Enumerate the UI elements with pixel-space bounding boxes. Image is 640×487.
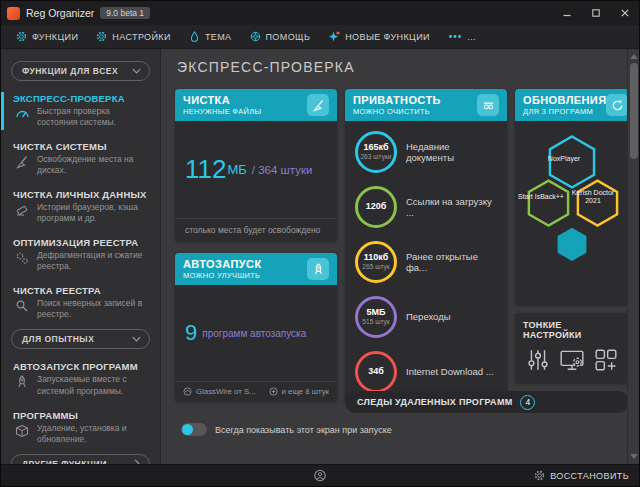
eraser-icon: [13, 203, 31, 217]
close-button[interactable]: [610, 1, 639, 25]
privacy-ring: 110кб 265 штук: [355, 241, 397, 283]
broom-icon: [13, 155, 31, 169]
autorun-card-header: АВТОЗАПУСК МОЖНО УЛУЧШИТЬ: [175, 253, 337, 285]
privacy-subtitle: МОЖНО ОЧИСТИТЬ: [353, 107, 441, 116]
autorun-app-link[interactable]: GlassWire от S...: [183, 387, 256, 396]
sidebar-section-expert[interactable]: ДЛЯ ОПЫТНЫХ: [11, 329, 150, 349]
menu-help[interactable]: ПОМОЩЬ: [241, 25, 320, 48]
privacy-row-count: 515 штук: [362, 318, 389, 326]
deleted-programs-traces-bar[interactable]: СЛЕДЫ УДАЛЕННЫХ ПРОГРАММ 4: [345, 391, 629, 413]
monitor-gear-icon[interactable]: [559, 348, 585, 376]
updates-hex-cluster: NoxPlayer Start IsBack++ Kerish Doctor 2…: [515, 121, 629, 305]
traces-count-badge: 4: [520, 395, 535, 410]
privacy-row[interactable]: 34б Internet Download ...: [355, 351, 497, 393]
broom-icon: [307, 94, 329, 116]
privacy-row-label: Ссылки на загрузку ...: [406, 196, 497, 218]
sidebar-section-for-all[interactable]: ФУНКЦИИ ДЛЯ ВСЕХ: [11, 61, 150, 81]
updates-card[interactable]: ОБНОВЛЕНИЯ ДЛЯ 3 ПРОГРАММ NoxPlayer: [515, 89, 629, 305]
privacy-title: ПРИВАТНОСТЬ: [353, 94, 441, 106]
startup-toggle-label: Всегда показывать этот экран при запуске: [215, 425, 392, 435]
privacy-row-count: 263 штуки: [360, 153, 391, 161]
autorun-card[interactable]: АВТОЗАПУСК МОЖНО УЛУЧШИТЬ 9 программ авт…: [175, 253, 337, 401]
sidebar-item-registry-cleanup[interactable]: ЧИСТКА РЕЕСТРА Поиск неверных записей в …: [1, 281, 160, 325]
chevron-down-icon: [132, 335, 141, 343]
hexagons-graphic: [523, 125, 621, 295]
minimize-button[interactable]: [552, 1, 581, 25]
sidebar-item-system-cleanup[interactable]: ЧИСТКА СИСТЕМЫ Освобождение места на дис…: [1, 137, 160, 181]
sidebar-item-registry-optimization[interactable]: ОПТИМИЗАЦИЯ РЕЕСТРА Дефрагментация и сжа…: [1, 233, 160, 277]
hexagon-center[interactable]: [558, 228, 587, 261]
privacy-row-count: 265 штук: [362, 263, 389, 271]
menu-theme[interactable]: ТЕМА: [180, 25, 241, 48]
privacy-row-label: Недавние документы: [406, 141, 497, 163]
sliders-icon[interactable]: [526, 348, 550, 376]
sidebar-item-autorun-programs[interactable]: АВТОЗАПУСК ПРОГРАММ Запускаемые вместе с…: [1, 357, 160, 401]
privacy-row[interactable]: 120б Ссылки на загрузку ...: [355, 186, 497, 228]
rocket-icon: [307, 258, 329, 280]
sidebar-section-expert-label: ДЛЯ ОПЫТНЫХ: [22, 334, 94, 344]
privacy-row-size: 120б: [366, 202, 387, 212]
sidebar-item-private-data-cleanup[interactable]: ЧИСТКА ЛИЧНЫХ ДАННЫХ Истории браузеров, …: [1, 185, 160, 229]
autorun-more-link[interactable]: и еще 8 штук: [269, 387, 329, 396]
update-app-name: Start IsBack++: [517, 193, 565, 201]
menu-more[interactable]: …: [439, 25, 485, 48]
privacy-ring: 34б: [355, 351, 397, 393]
app-window: Reg Organizer 9.0 beta 1 ФУНКЦИИ Н: [0, 0, 640, 487]
sidebar-item-title: АВТОЗАПУСК ПРОГРАММ: [13, 361, 152, 372]
cleaning-size-value: 112: [185, 154, 226, 185]
apps-grid-icon[interactable]: [594, 348, 618, 376]
refresh-icon: [606, 94, 628, 116]
sidebar-item-programs[interactable]: ПРОГРАММЫ Удаление, установка и обновлен…: [1, 406, 160, 450]
sidebar-section-other[interactable]: ДРУГИЕ ФУНКЦИИ: [11, 454, 150, 464]
fine-tuning-card[interactable]: ТОНКИЕ НАСТРОЙКИ: [515, 313, 629, 383]
theme-droplet-icon: [189, 31, 200, 42]
sidebar-item-title: ЧИСТКА СИСТЕМЫ: [13, 141, 152, 152]
cleaning-card[interactable]: ЧИСТКА НЕНУЖНЫЕ ФАЙЛЫ 112МБ/ 364 штуки с…: [175, 89, 337, 241]
restore-gear-icon: [534, 470, 545, 481]
menu-functions[interactable]: ФУНКЦИИ: [7, 25, 87, 48]
sidebar-item-title: ЧИСТКА РЕЕСТРА: [13, 285, 152, 296]
privacy-row-size: 165кб: [363, 143, 388, 153]
autorun-footer-left-label: GlassWire от S...: [196, 387, 256, 396]
speedometer-icon: [13, 107, 31, 119]
scroll-up-arrow-icon[interactable]: [630, 54, 638, 59]
sidebar-item-express-check[interactable]: ЭКСПРЕСС-ПРОВЕРКА Быстрая проверка состо…: [1, 89, 160, 133]
package-icon: [13, 424, 31, 438]
autorun-count-label: программ автозапуска: [202, 328, 306, 339]
menu-settings-label: НАСТРОЙКИ: [112, 32, 171, 42]
cleaning-title: ЧИСТКА: [183, 94, 261, 106]
restore-button-label: ВОССТАНОВИТЬ: [550, 471, 629, 481]
sidebar-item-title: ЭКСПРЕСС-ПРОВЕРКА: [13, 93, 152, 104]
update-app-name: Kerish Doctor 2021: [567, 189, 619, 206]
maximize-button[interactable]: [581, 1, 610, 25]
sidebar-item-desc: Истории браузеров, кэша программ и др.: [37, 202, 152, 224]
chevron-down-icon: [132, 67, 141, 75]
privacy-row-size: 110кб: [364, 253, 389, 263]
app-icon: [7, 7, 20, 20]
menu-new-features[interactable]: НОВЫЕ ФУНКЦИИ: [319, 25, 439, 48]
privacy-ring: 165кб 263 штуки: [355, 131, 397, 173]
privacy-card[interactable]: ПРИВАТНОСТЬ МОЖНО ОЧИСТИТЬ 165кб 263 шту…: [345, 89, 507, 403]
statusbar: ВОССТАНОВИТЬ: [1, 464, 639, 486]
settings-gear-icon: [96, 31, 107, 42]
scrollbar-thumb[interactable]: [630, 63, 638, 159]
privacy-row[interactable]: 110кб 265 штук Ранее открытые фа...: [355, 241, 497, 283]
startup-toggle[interactable]: [181, 423, 207, 436]
restore-button[interactable]: ВОССТАНОВИТЬ: [524, 465, 639, 486]
vertical-scrollbar[interactable]: [627, 49, 639, 464]
privacy-row[interactable]: 5МБ 515 штук Переходы: [355, 296, 497, 338]
magnifier-icon: [13, 299, 31, 313]
menu-new-features-label: НОВЫЕ ФУНКЦИИ: [345, 32, 430, 42]
menu-settings[interactable]: НАСТРОЙКИ: [87, 25, 180, 48]
hexagon-startisback[interactable]: [529, 181, 568, 226]
sidebar-item-desc: Запускаемые вместе с системой программы.: [37, 374, 152, 396]
privacy-row[interactable]: 165кб 263 штуки Недавние документы: [355, 131, 497, 173]
startup-toggle-row: Всегда показывать этот экран при запуске: [181, 423, 392, 436]
user-status-icon[interactable]: [314, 469, 327, 482]
fine-tuning-title: ТОНКИЕ НАСТРОЙКИ: [523, 320, 621, 340]
new-features-sparkle-icon: [328, 31, 340, 43]
menu-functions-label: ФУНКЦИИ: [32, 32, 78, 42]
privacy-row-size: 34б: [368, 367, 384, 377]
scroll-down-arrow-icon[interactable]: [630, 454, 638, 459]
autorun-count-value: 9: [185, 320, 197, 346]
